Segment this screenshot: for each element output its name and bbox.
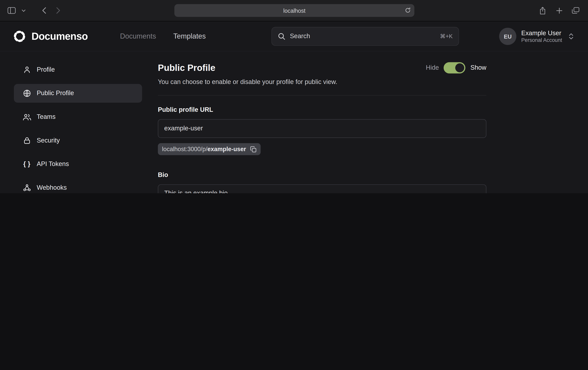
sidebar-item-public-profile[interactable]: Public Profile	[14, 84, 142, 103]
brand-name: Documenso	[32, 31, 88, 42]
lock-icon	[23, 136, 31, 145]
primary-nav: Documents Templates	[120, 21, 206, 51]
sidebar-item-api-tokens[interactable]: { } API Tokens	[14, 155, 142, 174]
divider	[158, 95, 486, 95]
bio-textarea[interactable]: This is an example bio.	[158, 185, 486, 193]
forward-button[interactable]	[52, 5, 64, 16]
account-type: Personal Account	[521, 37, 562, 44]
app-header: Documenso Documents Templates ⌘+K EU Exa…	[0, 21, 588, 51]
tabs-icon	[572, 7, 579, 14]
globe-icon	[23, 89, 31, 97]
new-tab-button[interactable]	[554, 5, 565, 16]
search-box[interactable]: ⌘+K	[272, 27, 459, 46]
toolbar-dropdown-button[interactable]	[20, 5, 27, 16]
settings-main: Public Profile Hide Show You can choose …	[158, 62, 486, 193]
sidebar-item-security[interactable]: Security	[14, 131, 142, 150]
account-name: Example User	[521, 29, 562, 37]
share-button[interactable]	[537, 5, 548, 16]
sidebar-toggle-icon	[7, 7, 16, 14]
sidebar-toggle-button[interactable]	[6, 5, 17, 16]
screen: localhost Documenso Documents	[0, 0, 588, 193]
browser-toolbar: localhost	[0, 0, 588, 21]
toggle-show-label: Show	[471, 64, 486, 72]
profile-url-text: localhost:3000/p/example-user	[162, 146, 246, 153]
account-menu[interactable]: EU Example User Personal Account	[499, 21, 574, 51]
back-button[interactable]	[38, 5, 49, 16]
forward-icon	[56, 7, 60, 14]
copy-button[interactable]	[250, 146, 257, 153]
profile-visibility-switch[interactable]	[444, 62, 466, 73]
avatar: EU	[499, 28, 516, 45]
page-subtitle: You can choose to enable or disable your…	[158, 78, 486, 86]
sidebar-item-label: Teams	[37, 113, 56, 121]
people-icon	[22, 113, 32, 121]
address-bar-url: localhost	[283, 7, 305, 14]
profile-url-badge[interactable]: localhost:3000/p/example-user	[158, 143, 261, 155]
sidebar-item-label: Profile	[37, 66, 55, 73]
sidebar-item-label: Security	[37, 137, 60, 144]
profile-url-label: Public profile URL	[158, 106, 486, 113]
settings-nav: Profile Public Profile Teams Security { …	[14, 60, 142, 193]
documenso-logo-icon	[12, 29, 27, 43]
chevrons-up-down-icon	[568, 33, 574, 40]
address-bar[interactable]: localhost	[174, 4, 414, 17]
sidebar-item-label: API Tokens	[37, 160, 69, 168]
visibility-toggle-group: Hide Show	[426, 62, 486, 73]
search-input[interactable]	[290, 33, 435, 40]
person-icon	[23, 66, 31, 74]
sidebar-item-label: Webhooks	[37, 184, 67, 191]
tab-overview-button[interactable]	[570, 5, 581, 16]
switch-knob	[455, 63, 464, 72]
share-icon	[539, 7, 546, 14]
search-shortcut: ⌘+K	[440, 33, 453, 40]
chevron-down-icon	[22, 9, 25, 12]
braces-icon: { }	[22, 160, 32, 168]
reload-icon	[405, 7, 411, 13]
sidebar-item-profile[interactable]: Profile	[14, 60, 142, 79]
nav-documents[interactable]: Documents	[120, 32, 156, 41]
reload-button[interactable]	[405, 7, 411, 13]
settings-page: Profile Public Profile Teams Security { …	[0, 51, 588, 193]
webhook-icon	[23, 184, 31, 192]
page-title: Public Profile	[158, 63, 215, 73]
profile-url-input[interactable]	[158, 119, 486, 138]
brand[interactable]: Documenso	[12, 21, 88, 51]
sidebar-item-label: Public Profile	[37, 90, 74, 97]
nav-templates[interactable]: Templates	[173, 32, 206, 41]
sidebar-item-teams[interactable]: Teams	[14, 107, 142, 126]
search-icon	[278, 33, 285, 40]
plus-icon	[556, 7, 562, 14]
copy-icon	[250, 146, 257, 153]
back-icon	[42, 7, 46, 14]
bio-label: Bio	[158, 171, 486, 179]
sidebar-item-webhooks[interactable]: Webhooks	[14, 178, 142, 193]
toggle-hide-label: Hide	[426, 64, 439, 72]
